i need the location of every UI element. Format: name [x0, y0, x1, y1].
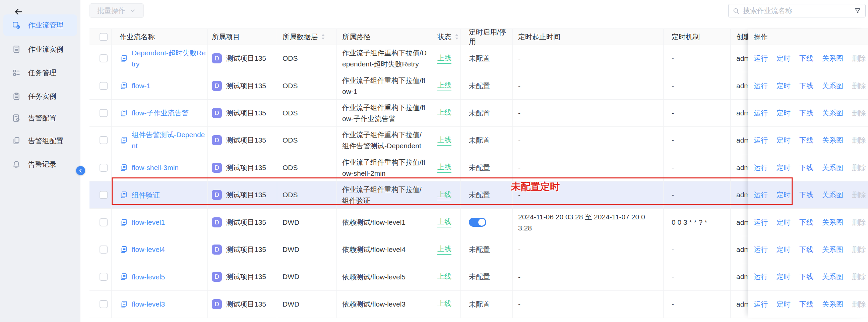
schedule-link[interactable]: 定时 [772, 245, 795, 254]
relation-graph-link[interactable]: 关系图 [818, 245, 847, 254]
status-badge[interactable]: 上线 [437, 81, 452, 91]
run-link[interactable]: 运行 [749, 272, 772, 282]
schedule-link[interactable]: 定时 [772, 272, 795, 282]
status-badge[interactable]: 上线 [437, 135, 452, 146]
delete-link: 删除 [847, 163, 868, 172]
run-link[interactable]: 运行 [749, 81, 772, 91]
offline-link[interactable]: 下线 [795, 54, 818, 63]
project-badge: D [212, 108, 222, 118]
cron-value: 0 0 3 * * ? * [672, 218, 707, 226]
status-badge[interactable]: 上线 [437, 162, 452, 173]
row-checkbox[interactable] [99, 109, 107, 117]
relation-graph-link[interactable]: 关系图 [818, 163, 847, 172]
sidebar-item-alert-record[interactable]: 告警记录 [3, 154, 77, 175]
schedule-link[interactable]: 定时 [772, 81, 795, 91]
schedule-link[interactable]: 定时 [772, 163, 795, 172]
column-header-layer[interactable]: 所属数据层 [277, 29, 337, 45]
relation-graph-link[interactable]: 关系图 [818, 108, 847, 118]
row-checkbox[interactable] [99, 245, 107, 254]
relation-graph-link[interactable]: 关系图 [818, 136, 847, 145]
sidebar-item-alert-group-config[interactable]: 告警组配置 [3, 130, 77, 152]
relation-graph-link[interactable]: 关系图 [818, 54, 847, 63]
row-checkbox[interactable] [99, 136, 107, 144]
status-badge[interactable]: 上线 [437, 299, 452, 309]
row-checkbox[interactable] [99, 300, 107, 308]
workflow-name-link[interactable]: Dependent-超时失败Re try [120, 47, 206, 69]
schedule-range-cell: - [513, 181, 663, 208]
offline-link[interactable]: 下线 [795, 218, 818, 227]
layer-cell: ODS [277, 45, 337, 72]
name-cell: 组件告警测试-Depende nt [112, 127, 208, 154]
run-link[interactable]: 运行 [749, 108, 772, 118]
row-checkbox[interactable] [99, 54, 107, 62]
run-link[interactable]: 运行 [749, 163, 772, 172]
sort-icon[interactable] [455, 33, 459, 40]
workflow-name-link[interactable]: flow-level1 [120, 217, 165, 228]
row-checkbox[interactable] [99, 273, 107, 281]
search-input[interactable] [743, 7, 850, 15]
schedule-link[interactable]: 定时 [772, 190, 795, 200]
status-badge[interactable]: 上线 [437, 53, 452, 64]
sidebar-item-task-instance[interactable]: 任务实例 [3, 86, 77, 107]
offline-link[interactable]: 下线 [795, 190, 818, 200]
filter-funnel-icon[interactable] [854, 7, 861, 14]
run-link[interactable]: 运行 [749, 190, 772, 200]
status-badge[interactable]: 上线 [437, 190, 452, 200]
row-checkbox[interactable] [99, 82, 107, 90]
offline-link[interactable]: 下线 [795, 81, 818, 91]
workflow-name-link[interactable]: 组件告警测试-Depende nt [120, 129, 205, 151]
project-cell: D测试项目135 [208, 263, 277, 290]
schedule-range-cell: - [513, 291, 663, 318]
select-cell [90, 236, 112, 263]
relation-graph-link[interactable]: 关系图 [818, 218, 847, 227]
offline-link[interactable]: 下线 [795, 299, 818, 309]
row-checkbox[interactable] [99, 191, 107, 199]
offline-link[interactable]: 下线 [795, 108, 818, 118]
status-cell: 上线 [427, 181, 461, 208]
offline-link[interactable]: 下线 [795, 163, 818, 172]
offline-link[interactable]: 下线 [795, 136, 818, 145]
sidebar-item-workflow-management[interactable]: 作业流管理 [3, 14, 77, 36]
schedule-toggle[interactable] [469, 218, 486, 227]
workflow-name-link[interactable]: flow-1 [120, 80, 151, 91]
schedule-link[interactable]: 定时 [772, 108, 795, 118]
schedule-link[interactable]: 定时 [772, 218, 795, 227]
workflow-name-link[interactable]: flow-level3 [120, 298, 165, 310]
workflow-name-link[interactable]: flow-shell-3min [120, 162, 179, 173]
run-link[interactable]: 运行 [749, 136, 772, 145]
relation-graph-link[interactable]: 关系图 [818, 81, 847, 91]
delete-link: 删除 [847, 245, 868, 254]
row-checkbox[interactable] [99, 218, 107, 226]
workflow-name-link[interactable]: flow-子作业流告警 [120, 107, 189, 118]
offline-link[interactable]: 下线 [795, 245, 818, 254]
status-badge[interactable]: 上线 [437, 272, 452, 282]
status-badge[interactable]: 上线 [437, 217, 452, 227]
sort-icon[interactable] [321, 33, 326, 40]
bulk-actions-button[interactable]: 批量操作 [90, 3, 144, 18]
relation-graph-link[interactable]: 关系图 [818, 272, 847, 282]
row-checkbox[interactable] [99, 164, 107, 172]
status-badge[interactable]: 上线 [437, 108, 452, 118]
column-header-status[interactable]: 状态 [427, 29, 461, 45]
relation-graph-link[interactable]: 关系图 [818, 299, 847, 309]
sidebar-item-task-management[interactable]: 任务管理 [3, 62, 77, 84]
schedule-link[interactable]: 定时 [772, 54, 795, 63]
sidebar-item-workflow-instance[interactable]: 作业流实例 [3, 38, 77, 60]
run-link[interactable]: 运行 [749, 54, 772, 63]
run-link[interactable]: 运行 [749, 299, 772, 309]
workflow-name-link[interactable]: flow-level5 [120, 271, 165, 283]
schedule-not-configured-label: 未配置 [469, 54, 490, 63]
offline-link[interactable]: 下线 [795, 272, 818, 282]
schedule-link[interactable]: 定时 [772, 136, 795, 145]
actions-body: 运行定时下线关系图删除运行定时下线关系图删除运行定时下线关系图删除运行定时下线关… [748, 45, 868, 318]
sidebar-item-alert-config[interactable]: 告警配置 [3, 107, 77, 129]
relation-graph-link[interactable]: 关系图 [818, 190, 847, 200]
schedule-link[interactable]: 定时 [772, 299, 795, 309]
workflow-name-link[interactable]: flow-level4 [120, 244, 165, 255]
status-badge[interactable]: 上线 [437, 244, 452, 255]
select-all-checkbox[interactable] [99, 33, 107, 41]
workflow-name-link[interactable]: 组件验证 [120, 189, 160, 201]
run-link[interactable]: 运行 [749, 245, 772, 254]
sidebar-collapse-button[interactable] [76, 166, 85, 175]
run-link[interactable]: 运行 [749, 218, 772, 227]
